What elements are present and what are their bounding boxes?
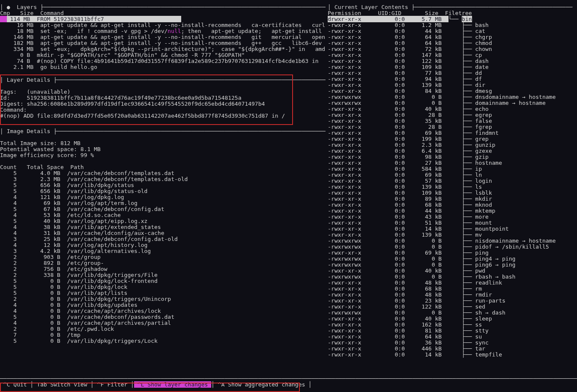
layer-row[interactable]: 18 MB set -ex; if ! command -v gpg > /de… bbox=[0, 28, 326, 34]
layer-row[interactable]: 16 MB apt-get update && apt-get install … bbox=[0, 22, 326, 28]
filetree-item[interactable]: -rwxr-xr-x 0:0 35 kB ├── false bbox=[328, 118, 576, 124]
filetree-item[interactable]: -rwxr-xr-x 0:0 199 kB ├── grep bbox=[328, 136, 576, 142]
table-row: 2 338 B /var/lib/dpkg/triggers/File bbox=[0, 272, 326, 278]
contents-header-line: │ Current Layer Contents ├──────────────… bbox=[328, 4, 576, 10]
filetree-item[interactable]: -rwxr-xr-x 0:0 14 kB ├── mountpoint bbox=[328, 226, 576, 232]
filter-key[interactable]: ^F Filter bbox=[97, 381, 127, 388]
table-row: 4 0 B /var/cache/apt/archives/lock bbox=[0, 308, 326, 314]
filetree-item[interactable]: -rwxr-xr-x 0:0 68 kB ├── mknod bbox=[328, 202, 576, 208]
table-row: 5 4.0 MB /var/cache/debconf/templates.da… bbox=[0, 170, 326, 176]
layers-columns: Cmp Size Command bbox=[0, 10, 326, 16]
filetree-item[interactable]: -rwxr-xr-x 0:0 162 kB ├── ss bbox=[328, 322, 576, 328]
filetree-item[interactable]: -rwxr-xr-x 0:0 98 kB ├── gzip bbox=[328, 154, 576, 160]
filetree-item[interactable]: -rwxrwxrwx 0:0 0 B ├── sh → dash bbox=[328, 310, 576, 316]
filetree-item[interactable]: -rwxr-xr-x 0:0 1.2 MB ├── bash bbox=[328, 22, 576, 28]
filetree-item[interactable]: -rwxr-xr-x 0:0 109 kB ├── date bbox=[328, 64, 576, 70]
filetree-item[interactable]: -rwxr-xr-x 0:0 2.3 kB ├── gunzip bbox=[328, 142, 576, 148]
filetree-item[interactable]: -rwxr-xr-x 0:0 64 kB ├── chgrp bbox=[328, 34, 576, 40]
filetree-item[interactable]: -rwxr-xr-x 0:0 14 kB ├── tempfile bbox=[328, 352, 576, 358]
filetree-item[interactable]: -rwxr-xr-x 0:0 84 kB ├── dmesg bbox=[328, 88, 576, 94]
filetree-item[interactable]: -rwxr-xr-x 0:0 122 kB ├── dash bbox=[328, 58, 576, 64]
layer-id: Id: 5192383811bffc7b11a8f8c4427d76ac19f4… bbox=[0, 95, 326, 101]
filetree-item[interactable]: -rwxr-xr-x 0:0 139 kB ├── dir bbox=[328, 82, 576, 88]
table-row: 4 69 kB /var/log/apt/term.log bbox=[0, 200, 326, 206]
filetree-item[interactable]: -rwxr-xr-x 0:0 40 kB ├── pwd bbox=[328, 268, 576, 274]
filetree-item[interactable]: -rwxrwxrwx 0:0 0 B ├── rbash → bash bbox=[328, 274, 576, 280]
filetree-item[interactable]: -rwxr-xr-x 0:0 64 kB ├── chmod bbox=[328, 40, 576, 46]
filetree-item[interactable]: -rwxr-xr-x 0:0 36 kB ├── sync bbox=[328, 340, 576, 346]
filetree-item[interactable]: -rwxr-xr-x 0:0 40 kB ├── echo bbox=[328, 106, 576, 112]
table-row: 5 656 kB /var/lib/dpkg/status bbox=[0, 182, 326, 188]
filetree-item[interactable]: -rwxr-xr-x 0:0 72 kB ├── chown bbox=[328, 46, 576, 52]
filetree-item[interactable]: -rwxrwxrwx 0:0 0 B ├── pidof → /sbin/kil… bbox=[328, 244, 576, 250]
filetree-item[interactable]: -rwxr-xr-x 0:0 48 kB ├── rmdir bbox=[328, 292, 576, 298]
layer-row[interactable]: 74 B #(nop) COPY file:4b91641b59d17d0d31… bbox=[0, 58, 326, 64]
tab-key[interactable]: Tab Switch view bbox=[37, 381, 87, 388]
filetree-item[interactable]: -rwxr-xr-x 0:0 27 kB ├── hostname bbox=[328, 160, 576, 166]
filetree-item[interactable]: -rwxr-xr-x 0:0 77 kB ├── dd bbox=[328, 70, 576, 76]
filetree-item[interactable]: -rwxr-xr-x 0:0 28 B ├── fgrep bbox=[328, 124, 576, 130]
table-row: 3 2.3 MB /var/cache/debconf/templates.da… bbox=[0, 176, 326, 182]
filetree-item[interactable]: -rwxr-xr-x 0:0 69 kB ├── findmnt bbox=[328, 130, 576, 136]
table-row: 4 0 B /var/lib/dpkg/updates bbox=[0, 302, 326, 308]
filetree-item[interactable]: -rwxrwxrwx 0:0 0 B ├── ping6 → ping bbox=[328, 262, 576, 268]
table-row: 7 0 B /tmp bbox=[0, 332, 326, 338]
img-wasted: Potential wasted space: 8.1 MB bbox=[0, 146, 326, 152]
filetree-dir[interactable]: drwxr-xr-x 0:0 5.7 MB └── bin bbox=[328, 16, 576, 22]
quit-key[interactable]: ^C Quit bbox=[3, 381, 27, 388]
filetree-item[interactable]: -rwxr-xr-x 0:0 48 kB ├── readlink bbox=[328, 280, 576, 286]
layer-row[interactable]: 0 B mkdir -p "$GOPATH/src" "$GOPATH/bin"… bbox=[0, 52, 326, 58]
layer-changes-key[interactable]: ^L Show layer changes bbox=[134, 381, 211, 388]
filetree-item[interactable]: -rwxr-xr-x 0:0 23 kB ├── run-parts bbox=[328, 298, 576, 304]
table-row: 3 4.2 kB /var/log/alternatives.log bbox=[0, 248, 326, 254]
table-row: 5 0 B /var/lib/dpkg/lock bbox=[0, 284, 326, 290]
layer-row[interactable]: 146 MB apt-get update && apt-get install… bbox=[0, 34, 326, 40]
layer-digest: Digest: sha256:6086e1b289d997dfd19df1ec9… bbox=[0, 101, 326, 107]
table-row: 4 0 B /var/cache/apt/archives/partial bbox=[0, 320, 326, 326]
filetree-item[interactable]: -rwxr-xr-x 0:0 89 kB ├── mkdir bbox=[328, 196, 576, 202]
table-row: 5 0 B /var/cache/debconf/passwords.dat bbox=[0, 314, 326, 320]
filetree-item[interactable]: -rwxr-xr-x 0:0 43 kB ├── more bbox=[328, 214, 576, 220]
table-row: 4 12 kB /var/log/apt/history.log bbox=[0, 242, 326, 248]
filetree-item[interactable]: -rwxr-xr-x 0:0 139 kB ├── mv bbox=[328, 232, 576, 238]
layer-row[interactable]: 2.1 MB go build hello.go bbox=[0, 64, 326, 70]
filetree-item[interactable]: -rwxr-xr-x 0:0 69 kB ├── ping bbox=[328, 250, 576, 256]
table-row: 4 31 kB /var/cache/ldconfig/aux-cache bbox=[0, 230, 326, 236]
table-row: 4 53 kB /etc/ld.so.cache bbox=[0, 212, 326, 218]
filetree-item[interactable]: -rwxr-xr-x 0:0 94 kB ├── df bbox=[328, 76, 576, 82]
filetree-item[interactable]: -rwxr-xr-x 0:0 109 kB ├── lsblk bbox=[328, 190, 576, 196]
layer-row[interactable]: 334 MB set -eux; dpkgArch="$(dpkg --prin… bbox=[0, 46, 326, 52]
filetree-item[interactable]: -rwxr-xr-x 0:0 6.4 kB ├── gzexe bbox=[328, 148, 576, 154]
filetree-item[interactable]: -rwxr-xr-x 0:0 139 kB ├── ls bbox=[328, 184, 576, 190]
table-row: 4 121 kB /var/log/dpkg.log bbox=[0, 194, 326, 200]
filetree-item[interactable]: -rwxr-xr-x 0:0 69 kB ├── ln bbox=[328, 172, 576, 178]
footer-bar: ^C Quit │ Tab Switch view │ ^F Filter │ … bbox=[0, 382, 312, 388]
filetree-item[interactable]: -rwxr-xr-x 0:0 51 kB ├── mount bbox=[328, 220, 576, 226]
table-row: 2 0 B /etc/.pwd.lock bbox=[0, 326, 326, 332]
filetree-item[interactable]: -rwxrwxrwx 0:0 0 B ├── ping4 → ping bbox=[328, 256, 576, 262]
filetree-item[interactable]: -rwxr-xr-x 0:0 44 kB ├── cat bbox=[328, 28, 576, 34]
filetree-item[interactable]: -rwxr-xr-x 0:0 584 kB ├── ip bbox=[328, 166, 576, 172]
layer-cmd-label: Command: bbox=[0, 107, 326, 113]
filetree-item[interactable]: -rwxr-xr-x 0:0 57 kB ├── login bbox=[328, 178, 576, 184]
layer-row[interactable]: 182 MB apt-get update && apt-get install… bbox=[0, 40, 326, 46]
table-row: 3 25 kB /var/cache/debconf/config.dat-ol… bbox=[0, 236, 326, 242]
filetree-item[interactable]: -rwxrwxrwx 0:0 0 B ├── domainname → host… bbox=[328, 100, 576, 106]
filetree-item[interactable]: -rwxr-xr-x 0:0 68 kB ├── rm bbox=[328, 286, 576, 292]
filetree-item[interactable]: -rwxr-xr-x 0:0 28 B ├── egrep bbox=[328, 112, 576, 118]
layers-header-line: │ ● Layers ├────────────────────────────… bbox=[0, 4, 326, 10]
layer-tags: Tags: (unavailable) bbox=[0, 89, 326, 95]
filetree-item[interactable]: -rwxr-xr-x 0:0 446 kB ├── tar bbox=[328, 346, 576, 352]
layer-row[interactable]: 114 MB FROM 5192383811bffc7 bbox=[0, 16, 326, 22]
filetree-item[interactable]: -rwxr-xr-x 0:0 147 kB ├── cp bbox=[328, 52, 576, 58]
table-row: 2 892 B /etc/group- bbox=[0, 260, 326, 266]
table-row: 2 0 B /var/lib/dpkg/triggers/Unincorp bbox=[0, 296, 326, 302]
aggregated-key[interactable]: ^A Show aggregated changes bbox=[218, 381, 305, 388]
filetree-item[interactable]: -rwxrwxrwx 0:0 0 B ├── nisdomainname → h… bbox=[328, 238, 576, 244]
filetree-item[interactable]: -rwxr-xr-x 0:0 122 kB ├── sed bbox=[328, 304, 576, 310]
filetree-item[interactable]: -rwxr-xr-x 0:0 40 kB ├── sleep bbox=[328, 316, 576, 322]
filetree-item[interactable]: -rwxr-xr-x 0:0 44 kB ├── mktemp bbox=[328, 208, 576, 214]
filetree-item[interactable]: -rwxr-xr-x 0:0 64 kB ├── su bbox=[328, 334, 576, 340]
filetree-item[interactable]: -rwxrwxrwx 0:0 0 B ├── dnsdomainname → h… bbox=[328, 94, 576, 100]
filetree-item[interactable]: -rwxr-xr-x 0:0 81 kB ├── stty bbox=[328, 328, 576, 334]
